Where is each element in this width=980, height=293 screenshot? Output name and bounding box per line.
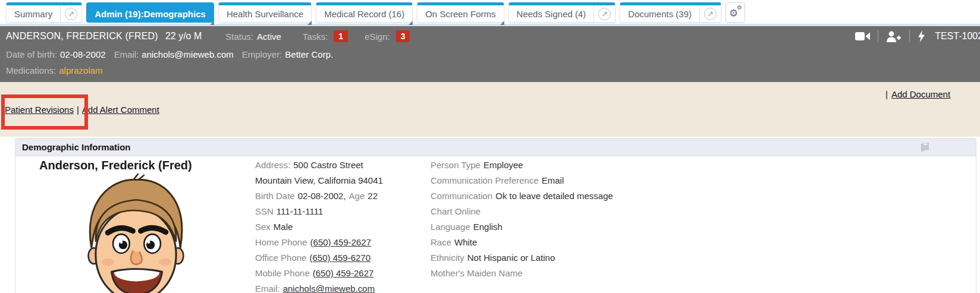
- tab-admin-demographics[interactable]: Admin (19):Demographics: [86, 2, 214, 23]
- field-mobile-phone: Mobile Phone(650) 459-2627: [255, 266, 383, 281]
- tab-documents-popout-button[interactable]: ↗: [699, 5, 721, 22]
- dob-value: 02-08-2002: [60, 49, 106, 59]
- add-alert-comment-link[interactable]: Add Alert Comment: [82, 105, 159, 115]
- mobile-phone-link[interactable]: (650) 459-2627: [313, 268, 374, 278]
- panel-header: Demographic Information: [15, 138, 976, 156]
- tab-health-surveillance[interactable]: Health Surveillance: [218, 2, 312, 23]
- email-value: anichols@mieweb.com: [142, 49, 233, 59]
- field-office-phone: Office Phone(650) 459-6270: [255, 250, 383, 266]
- patient-header-block: ANDERSON, FREDERICK (FRED) 22 y/o M Stat…: [0, 26, 980, 82]
- add-document-link[interactable]: Add Document: [891, 89, 950, 99]
- panel-body: Anderson, Frederick (Fred): [15, 156, 976, 293]
- tab-admin-label: Admin (19):Demographics: [87, 5, 213, 22]
- tab-medical-record-label: Medical Record (16): [316, 5, 412, 22]
- esign-label: eSign:: [365, 31, 390, 42]
- tab-needs-signed[interactable]: Needs Signed (4) ↗: [508, 2, 616, 23]
- patient-revisions-link[interactable]: Patient Revisions: [5, 105, 74, 115]
- dob-label: Date of birth:: [6, 49, 57, 59]
- field-address: Address:500 Castro Street: [255, 157, 383, 173]
- tab-summary-popout-button[interactable]: ↗: [60, 5, 81, 22]
- tasks-label: Tasks:: [303, 31, 328, 42]
- add-document-area: |Add Document: [885, 89, 950, 99]
- chart-tab-bar: Summary ↗ Admin (19):Demographics Health…: [0, 0, 980, 24]
- patient-info-row-2: Medications:alprazolam: [6, 62, 980, 78]
- tab-needs-signed-popout-button[interactable]: ↗: [593, 5, 615, 22]
- patient-email-link[interactable]: anichols@mieweb.com: [283, 283, 375, 293]
- add-person-icon[interactable]: [886, 31, 902, 42]
- action-band: Patient Revisions|Add Alert Comment |Add…: [0, 82, 980, 137]
- patient-age-sex: 22 y/o M: [165, 31, 202, 42]
- home-phone-link[interactable]: (650) 459-2627: [310, 237, 372, 247]
- panel-title: Demographic Information: [22, 142, 131, 152]
- field-race: RaceWhite: [431, 235, 613, 250]
- popout-arrow-icon: ↗: [598, 8, 611, 20]
- tab-documents[interactable]: Documents (39) ↗: [620, 2, 721, 23]
- medications-value: alprazolam: [59, 65, 102, 75]
- popout-arrow-icon: ↗: [65, 8, 77, 20]
- patient-header-actions: TEST-10025: [855, 30, 980, 42]
- field-birth-date: Birth Date02-08-2002,Age22: [255, 188, 383, 204]
- field-home-phone: Home Phone(650) 459-2627: [255, 235, 383, 250]
- demographics-right-column: Person TypeEmployee Communication Prefer…: [431, 157, 613, 281]
- employer-label: Employer:: [242, 49, 282, 59]
- patient-photo[interactable]: [75, 173, 197, 293]
- tab-summary-label: Summary: [7, 5, 60, 22]
- field-communication-preference: Communication PreferenceEmail: [431, 173, 613, 188]
- field-ssn: SSN111-11-1111: [255, 204, 383, 219]
- field-mothers-maiden-name: Mother's Maiden Name: [431, 266, 613, 281]
- action-links: Patient Revisions|Add Alert Comment: [5, 105, 159, 115]
- divider: [909, 30, 910, 42]
- tab-on-screen-forms-label: On Screen Forms: [417, 5, 503, 22]
- tab-needs-signed-label: Needs Signed (4): [509, 5, 594, 22]
- tab-medical-record[interactable]: Medical Record (16): [316, 2, 413, 23]
- demographics-left-column: Address:500 Castro Street Mountain View,…: [255, 157, 383, 293]
- link-separator: |: [885, 89, 888, 99]
- lightning-bolt-icon[interactable]: [918, 30, 925, 42]
- settings-gears-button[interactable]: ⚙ ⚙: [725, 2, 745, 23]
- esign-count-badge[interactable]: 3: [396, 30, 410, 42]
- popout-arrow-icon: ↗: [704, 8, 717, 20]
- status-value: Active: [257, 31, 281, 42]
- tab-documents-label: Documents (39): [620, 5, 699, 22]
- patient-info-row-1: Date of birth:02-08-2002 Email:anichols@…: [6, 46, 980, 62]
- demographics-patient-name: Anderson, Frederick (Fred): [39, 159, 192, 172]
- patient-header-row: ANDERSON, FREDERICK (FRED) 22 y/o M Stat…: [6, 26, 980, 46]
- field-address-line2: Mountain View, California 94041: [255, 173, 383, 188]
- tasks-count-badge[interactable]: 1: [334, 30, 348, 42]
- tab-health-surveillance-label: Health Surveillance: [219, 5, 311, 22]
- status-label: Status:: [225, 31, 253, 42]
- employer-value: Better Corp.: [285, 49, 333, 59]
- email-label: Email:: [114, 49, 139, 59]
- chart-id: TEST-10025: [935, 31, 980, 42]
- medications-label: Medications:: [6, 65, 56, 75]
- office-phone-link[interactable]: (650) 459-6270: [309, 253, 370, 263]
- gear-icon: ⚙: [737, 5, 742, 11]
- video-camera-icon[interactable]: [855, 31, 870, 41]
- field-person-type: Person TypeEmployee: [431, 157, 613, 173]
- field-sex: SexMale: [255, 219, 383, 235]
- field-email: Email:anichols@mieweb.com: [255, 281, 383, 293]
- field-language: LanguageEnglish: [431, 219, 613, 235]
- tab-summary[interactable]: Summary ↗: [6, 2, 82, 23]
- field-communication: CommunicationOk to leave detailed messag…: [431, 188, 613, 204]
- field-ethnicity: EthnicityNot Hispanic or Latino: [431, 250, 613, 266]
- webchart-demographics-page: { "tabs": { "items": [ { "label": "Summa…: [0, 0, 980, 293]
- tab-on-screen-forms[interactable]: On Screen Forms: [417, 2, 504, 23]
- patient-name: ANDERSON, FREDERICK (FRED): [6, 31, 158, 42]
- link-separator: |: [77, 105, 79, 115]
- revision-book-icon[interactable]: [919, 142, 930, 152]
- divider: [878, 30, 878, 42]
- demographic-information-panel: Demographic Information Anderson, Freder…: [15, 138, 976, 293]
- field-chart-online: Chart Online: [431, 204, 613, 219]
